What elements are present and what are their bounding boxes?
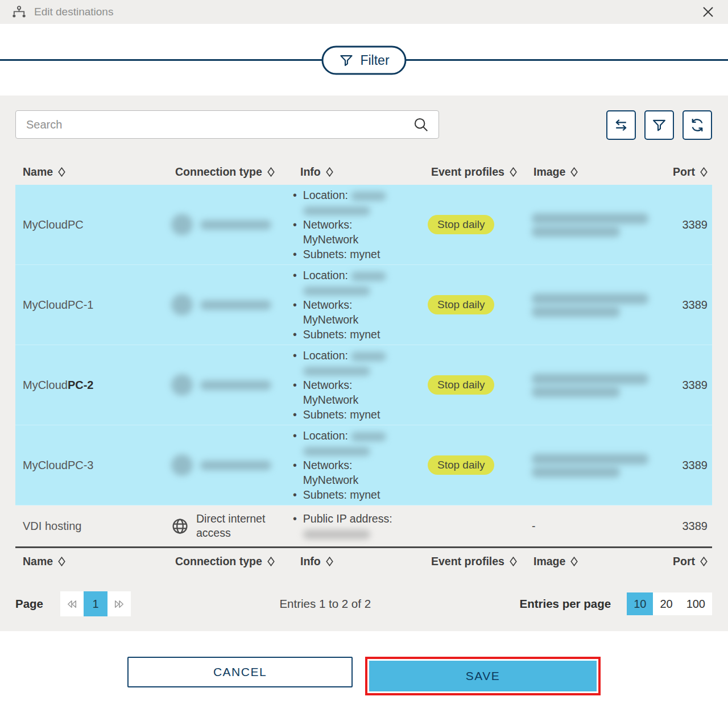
table-row[interactable]: MyCloudPC-2•Location: •Networks:MyNetwor… [15, 345, 712, 425]
table-row[interactable]: MyCloudPC•Location: •Networks:MyNetwork•… [15, 185, 712, 265]
column-header-name[interactable]: Name [15, 555, 168, 568]
filter-strip: Filter [0, 24, 728, 96]
table-header-top: NameConnection typeInfoEvent profilesIma… [15, 159, 712, 185]
first-page-button[interactable] [60, 591, 84, 616]
refresh-button[interactable] [682, 110, 712, 140]
globe-icon [171, 517, 189, 535]
info-label: Subnets: [303, 488, 347, 501]
page-size-option-20[interactable]: 20 [653, 592, 679, 615]
edit-destinations-dialog: Edit destinations Filter [0, 0, 728, 717]
column-header-info[interactable]: Info [293, 555, 424, 568]
info-label: Location: [303, 429, 348, 442]
row-image [526, 452, 646, 478]
sort-icon [58, 167, 65, 177]
column-header-connection[interactable]: Connection type [168, 555, 293, 568]
info-item: •Networks:MyNetwork [293, 297, 424, 327]
pagination-bar: Page 1 Ent [15, 591, 712, 616]
filter-label: Filter [360, 53, 389, 68]
connection-type-label: Direct internet access [196, 512, 279, 540]
row-connection-type [168, 374, 293, 396]
table-row[interactable]: MyCloudPC-1•Location: •Networks:MyNetwor… [15, 265, 712, 345]
info-line: Public IP address: [303, 511, 392, 526]
column-header-connection[interactable]: Connection type [168, 165, 293, 179]
search-icon[interactable] [412, 116, 429, 133]
row-event-profiles: Stop daily [424, 295, 526, 314]
funnel-icon [338, 53, 354, 68]
row-name: MyCloudPC-3 [15, 459, 168, 472]
bullet-icon: • [293, 217, 297, 247]
close-icon [702, 6, 714, 18]
cancel-button[interactable]: CANCEL [127, 657, 353, 687]
redacted-blur [532, 387, 620, 397]
redacted-blur [303, 206, 370, 215]
save-annotation-highlight: SAVE [365, 657, 601, 695]
row-info: •Location: •Networks:MyNetwork•Subnets: … [293, 268, 424, 342]
column-header-label: Name [23, 555, 53, 568]
redacted-blur [532, 213, 648, 224]
last-page-button[interactable] [107, 591, 131, 616]
row-image: - [526, 520, 646, 533]
sort-icon [700, 167, 708, 177]
info-label: Location: [303, 269, 348, 281]
bullet-icon: • [293, 188, 297, 217]
dialog-actions: CANCEL SAVE [0, 631, 728, 717]
column-header-label: Name [23, 165, 53, 179]
filter-toggle-button[interactable]: Filter [321, 46, 406, 75]
redacted-blur [171, 294, 193, 316]
close-button[interactable] [700, 3, 717, 20]
row-name-prefix: MyCloud [23, 379, 68, 391]
bullet-icon: • [293, 268, 297, 297]
info-label: Location: [303, 349, 348, 362]
column-header-label: Image [533, 165, 565, 179]
column-header-info[interactable]: Info [293, 165, 424, 179]
column-header-event_profiles[interactable]: Event profiles [424, 165, 526, 179]
table-row[interactable]: MyCloudPC-3•Location: •Networks:MyNetwor… [15, 425, 712, 505]
row-name: VDI hosting [15, 520, 168, 533]
info-label: Public IP address: [303, 512, 392, 525]
current-page-button[interactable]: 1 [84, 591, 107, 616]
column-header-label: Event profiles [431, 165, 504, 179]
entries-range-text: Entries 1 to 2 of 2 [131, 597, 519, 611]
column-header-label: Info [300, 165, 321, 179]
row-info: •Public IP address: [293, 511, 424, 541]
info-text: Networks:MyNetwork [303, 458, 359, 487]
table-header-bottom: NameConnection typeInfoEvent profilesIma… [15, 548, 712, 574]
row-port: 3389 [646, 299, 712, 312]
redacted-blur [303, 287, 370, 296]
row-connection-type: Direct internet access [168, 512, 293, 540]
page-size-option-10[interactable]: 10 [627, 592, 653, 615]
column-header-image[interactable]: Image [526, 555, 646, 568]
info-line: Location: [303, 188, 387, 202]
bullet-icon: • [293, 407, 297, 422]
info-line: Networks: [303, 378, 359, 392]
event-profile-badge: Stop daily [428, 375, 494, 395]
redacted-blur [532, 467, 620, 478]
row-event-profiles: Stop daily [424, 455, 526, 475]
info-item: •Location: [293, 188, 424, 217]
page-size-option-100[interactable]: 100 [680, 592, 712, 615]
redacted-blur [303, 530, 370, 539]
table-row[interactable]: VDI hostingDirect internet access•Public… [15, 505, 712, 546]
bullet-icon: • [293, 378, 297, 407]
search-input[interactable] [25, 118, 412, 132]
save-button[interactable]: SAVE [369, 661, 597, 691]
column-header-label: Connection type [175, 555, 262, 568]
event-profile-badge: Stop daily [428, 295, 494, 314]
swap-arrows-button[interactable] [606, 110, 636, 140]
redacted-blur [532, 374, 648, 384]
column-header-port[interactable]: Port [646, 555, 712, 568]
column-header-image[interactable]: Image [526, 165, 646, 179]
bullet-icon: • [293, 247, 297, 262]
filter-table-button[interactable] [644, 110, 674, 140]
redacted-blur [200, 220, 271, 230]
info-text: Public IP address: [303, 511, 392, 541]
row-connection-type [168, 454, 293, 476]
redacted-blur [200, 300, 271, 310]
column-header-name[interactable]: Name [15, 165, 168, 179]
column-header-event_profiles[interactable]: Event profiles [424, 555, 526, 568]
info-text: Subnets: mynet [303, 407, 380, 422]
info-item: •Subnets: mynet [293, 247, 424, 262]
column-header-port[interactable]: Port [646, 165, 712, 179]
info-line [303, 202, 387, 217]
info-line: Subnets: mynet [303, 487, 380, 502]
